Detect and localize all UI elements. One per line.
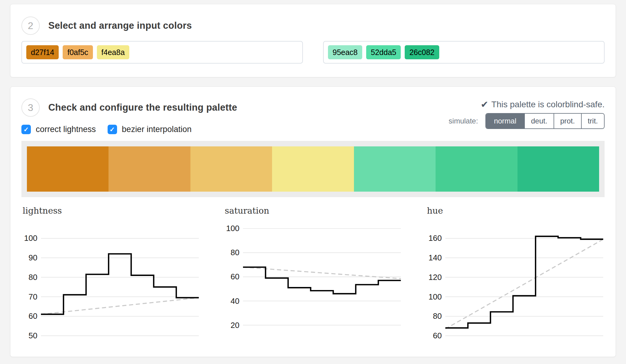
svg-text:100: 100 xyxy=(428,292,442,301)
step3-number: 3 xyxy=(28,102,33,113)
step3-number-badge: 3 xyxy=(21,98,40,117)
palette-swatch-3 xyxy=(190,146,272,192)
step2-header: 2 Select and arrange input colors xyxy=(21,17,605,35)
checkbox-box[interactable]: ✓ xyxy=(21,125,31,134)
svg-text:140: 140 xyxy=(428,253,442,262)
svg-text:60: 60 xyxy=(231,272,240,281)
palette-card: 3 Check and configure the resulting pale… xyxy=(10,86,616,357)
simulate-row: simulate: normaldeut.prot.trit. xyxy=(449,113,605,129)
svg-text:60: 60 xyxy=(28,311,37,321)
step2-number-badge: 2 xyxy=(21,17,40,35)
svg-text:120: 120 xyxy=(428,273,442,282)
palette-swatch-5 xyxy=(354,146,436,192)
svg-text:40: 40 xyxy=(231,296,240,306)
chart-canvas-saturation: 20406080100 xyxy=(224,222,402,346)
color-chip-f0af5c[interactable]: f0af5c xyxy=(63,45,93,59)
step3-header-left: 3 Check and configure the resulting pale… xyxy=(21,98,237,134)
svg-text:160: 160 xyxy=(428,233,442,243)
svg-text:80: 80 xyxy=(231,248,240,257)
simulate-label: simulate: xyxy=(449,117,478,125)
color-chip-d27f14[interactable]: d27f14 xyxy=(26,45,59,59)
palette-swatch-2 xyxy=(109,146,190,192)
chart-lightness: lightness5060708090100 xyxy=(22,206,200,346)
svg-text:100: 100 xyxy=(226,224,240,233)
chart-canvas-lightness: 5060708090100 xyxy=(22,222,200,346)
svg-text:50: 50 xyxy=(28,331,37,340)
chart-title-lightness: lightness xyxy=(23,206,200,216)
checkbox-bezier-interpolation[interactable]: ✓bezier interpolation xyxy=(108,125,192,134)
color-chip-26c082[interactable]: 26c082 xyxy=(405,45,439,59)
palette-swatch-4 xyxy=(272,146,354,192)
step3-title: Check and configure the resulting palett… xyxy=(48,102,237,113)
simulate-option-normal[interactable]: normal xyxy=(486,114,524,128)
step2-number: 2 xyxy=(28,20,33,31)
svg-text:80: 80 xyxy=(28,273,37,282)
simulate-option-trit[interactable]: trit. xyxy=(581,114,604,128)
checkbox-label: correct lightness xyxy=(36,125,96,134)
step3-header-right: ✔ This palette is colorblind-safe. simul… xyxy=(449,98,605,129)
simulate-segmented-control: normaldeut.prot.trit. xyxy=(485,113,605,129)
palette-options: ✓correct lightness✓bezier interpolation xyxy=(21,125,237,134)
page: 2 Select and arrange input colors d27f14… xyxy=(0,4,626,357)
color-input-right[interactable]: 95eac852dda526c082 xyxy=(323,41,605,64)
color-input-left[interactable]: d27f14f0af5cf4ea8a xyxy=(21,41,303,64)
chart-title-hue: hue xyxy=(427,206,604,216)
svg-text:100: 100 xyxy=(24,233,38,243)
svg-text:20: 20 xyxy=(231,321,240,330)
svg-text:80: 80 xyxy=(433,311,442,321)
checkbox-label: bezier interpolation xyxy=(122,125,192,134)
palette-swatch-1 xyxy=(27,146,109,192)
chart-hue: hue6080100120140160 xyxy=(426,206,604,346)
colorblind-status: ✔ This palette is colorblind-safe. xyxy=(449,100,605,109)
step3-header: 3 Check and configure the resulting pale… xyxy=(21,98,605,134)
color-chip-95eac8[interactable]: 95eac8 xyxy=(328,45,362,59)
input-colors-card: 2 Select and arrange input colors d27f14… xyxy=(10,4,616,77)
svg-text:90: 90 xyxy=(28,253,37,262)
color-chip-f4ea8a[interactable]: f4ea8a xyxy=(97,45,129,59)
checkmark-icon: ✔ xyxy=(481,100,488,109)
palette-strip xyxy=(27,146,599,192)
colorblind-status-text: This palette is colorblind-safe. xyxy=(492,100,605,109)
palette-swatch-7 xyxy=(517,146,599,192)
palette-swatch-6 xyxy=(436,146,517,192)
simulate-option-prot[interactable]: prot. xyxy=(554,114,581,128)
color-chip-52dda5[interactable]: 52dda5 xyxy=(366,45,401,59)
color-inputs-row: d27f14f0af5cf4ea8a 95eac852dda526c082 xyxy=(21,41,605,64)
chart-canvas-hue: 6080100120140160 xyxy=(426,222,604,346)
chart-saturation: saturation20406080100 xyxy=(224,206,402,346)
simulate-option-deut[interactable]: deut. xyxy=(524,114,553,128)
svg-text:70: 70 xyxy=(28,292,37,301)
step2-title: Select and arrange input colors xyxy=(48,20,192,31)
svg-text:60: 60 xyxy=(433,331,442,340)
chart-title-saturation: saturation xyxy=(225,206,402,216)
checkbox-box[interactable]: ✓ xyxy=(108,125,117,134)
checkbox-correct-lightness[interactable]: ✓correct lightness xyxy=(21,125,96,134)
charts-row: lightness5060708090100saturation20406080… xyxy=(21,206,605,346)
palette-strip-container xyxy=(21,141,605,197)
